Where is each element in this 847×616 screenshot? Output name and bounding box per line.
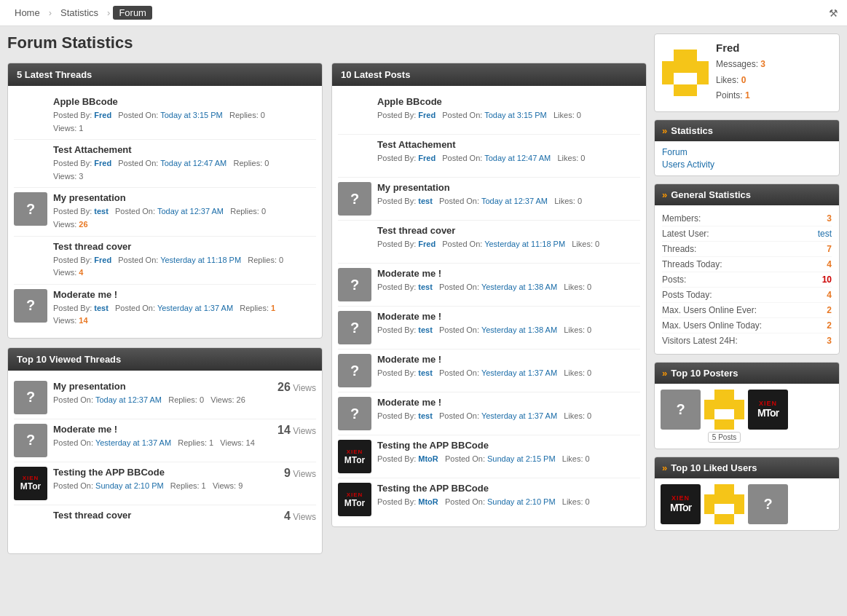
breadcrumb-forum[interactable]: Forum: [113, 6, 152, 20]
top-liked-panel: » Top 10 Liked Users XIEN MTor: [654, 457, 840, 531]
latest-threads-header: 5 Latest Threads: [8, 63, 322, 86]
post-item[interactable]: ?Moderate me ! Posted By: test Posted On…: [338, 392, 640, 435]
user-card: Fred Messages: 3 Likes: 0 Points: 1: [654, 33, 840, 112]
top-posters-avatars: ? 5 Posts XIEN MTor: [655, 384, 839, 449]
post-item[interactable]: ?Moderate me ! Posted By: test Posted On…: [338, 350, 640, 392]
poster-avatar-xen[interactable]: XIEN MTor: [748, 390, 788, 430]
top-viewed-panel: Top 10 Viewed Threads ?My presentationPo…: [7, 347, 323, 554]
viewed-item[interactable]: ?Moderate me !Posted On: Yesterday at 1:…: [14, 419, 316, 462]
post-item[interactable]: XIENMTorTesting the APP BBCode Posted By…: [338, 435, 640, 478]
breadcrumb-sep-2: ›: [107, 7, 110, 18]
breadcrumb-sep-1: ›: [49, 7, 52, 18]
gen-stats-row: Threads Today:4: [662, 257, 832, 272]
breadcrumb-home[interactable]: Home: [9, 6, 46, 20]
thread-item[interactable]: Apple BBcode Posted By: Fred Posted On: …: [14, 92, 316, 140]
post-item[interactable]: Test thread cover Posted By: Fred Posted…: [338, 221, 640, 264]
forum-link[interactable]: Forum: [662, 147, 832, 157]
post-item[interactable]: Test Attachement Posted By: Fred Posted …: [338, 135, 640, 178]
posts-badge: 5 Posts: [708, 432, 741, 443]
thread-item[interactable]: Test Attachement Posted By: Fred Posted …: [14, 140, 316, 188]
user-avatar: [662, 50, 709, 96]
latest-posts-panel: 10 Latest Posts Apple BBcode Posted By: …: [331, 63, 647, 527]
poster-avatar-qmark[interactable]: ?: [661, 390, 701, 430]
gen-stats-row: Posts:10: [662, 272, 832, 288]
latest-threads-panel: 5 Latest Threads Apple BBcode Posted By:…: [7, 63, 323, 339]
viewed-item[interactable]: Test thread cover4 Views: [14, 505, 316, 548]
latest-posts-header: 10 Latest Posts: [332, 63, 646, 86]
post-item[interactable]: Apple BBcode Posted By: Fred Posted On: …: [338, 92, 640, 135]
view-count: 4 Views: [284, 510, 316, 523]
gen-stats-row: Max. Users Online Ever:2: [662, 303, 832, 318]
users-activity-link[interactable]: Users Activity: [662, 159, 832, 170]
top-viewed-header: Top 10 Viewed Threads: [8, 348, 322, 371]
thread-item[interactable]: ?Moderate me ! Posted By: test Posted On…: [14, 285, 316, 332]
liked-avatar-xen[interactable]: XIEN MTor: [661, 484, 701, 524]
post-item[interactable]: ?My presentation Posted By: test Posted …: [338, 178, 640, 221]
page-title: Forum Statistics: [7, 33, 647, 52]
breadcrumb-statistics[interactable]: Statistics: [55, 6, 104, 20]
liked-avatar-fred[interactable]: [704, 484, 744, 524]
thread-item[interactable]: ?My presentation Posted By: test Posted …: [14, 188, 316, 236]
viewed-item[interactable]: XIENMTorTesting the APP BBCodePosted On:…: [14, 462, 316, 505]
top-liked-header: » Top 10 Liked Users: [655, 457, 839, 478]
post-item[interactable]: XIENMTorTesting the APP BBCode Posted By…: [338, 478, 640, 521]
gen-stats-row: Members:3: [662, 211, 832, 226]
poster-avatar-fred[interactable]: [704, 390, 744, 430]
gen-stats-row: Posts Today:4: [662, 288, 832, 303]
gen-stats-row: Threads:7: [662, 242, 832, 257]
viewed-item[interactable]: ?My presentationPosted On: Today at 12:3…: [14, 376, 316, 419]
org-chart-icon[interactable]: ⚒: [829, 7, 838, 19]
general-statistics-panel: » General Statistics Members:3Latest Use…: [654, 183, 840, 355]
breadcrumb: Home › Statistics › Forum: [9, 6, 152, 20]
post-item[interactable]: ?Moderate me ! Posted By: test Posted On…: [338, 307, 640, 350]
view-count: 9 Views: [284, 467, 316, 480]
statistics-side-header: » Statistics: [655, 120, 839, 141]
top-posters-header: » Top 10 Posters: [655, 363, 839, 384]
gen-stats-row: Visitors Latest 24H:3: [662, 333, 832, 348]
top-liked-avatars: XIEN MTor ?: [655, 478, 839, 530]
top-posters-panel: » Top 10 Posters ? 5 Posts: [654, 362, 840, 449]
view-count: 26 Views: [277, 381, 316, 394]
post-item[interactable]: ?Moderate me ! Posted By: test Posted On…: [338, 264, 640, 307]
gen-stats-row: Latest User:test: [662, 226, 832, 242]
gen-stats-row: Max. Users Online Today:2: [662, 318, 832, 333]
user-stats: Messages: 3 Likes: 0 Points: 1: [716, 57, 832, 104]
breadcrumb-bar: Home › Statistics › Forum ⚒: [0, 0, 847, 26]
general-statistics-header: » General Statistics: [655, 184, 839, 205]
thread-item[interactable]: Test thread cover Posted By: Fred Posted…: [14, 237, 316, 285]
liked-avatar-qmark[interactable]: ?: [748, 484, 788, 524]
user-name: Fred: [716, 42, 832, 54]
statistics-side-panel: » Statistics Forum Users Activity: [654, 119, 840, 176]
view-count: 14 Views: [277, 424, 316, 437]
